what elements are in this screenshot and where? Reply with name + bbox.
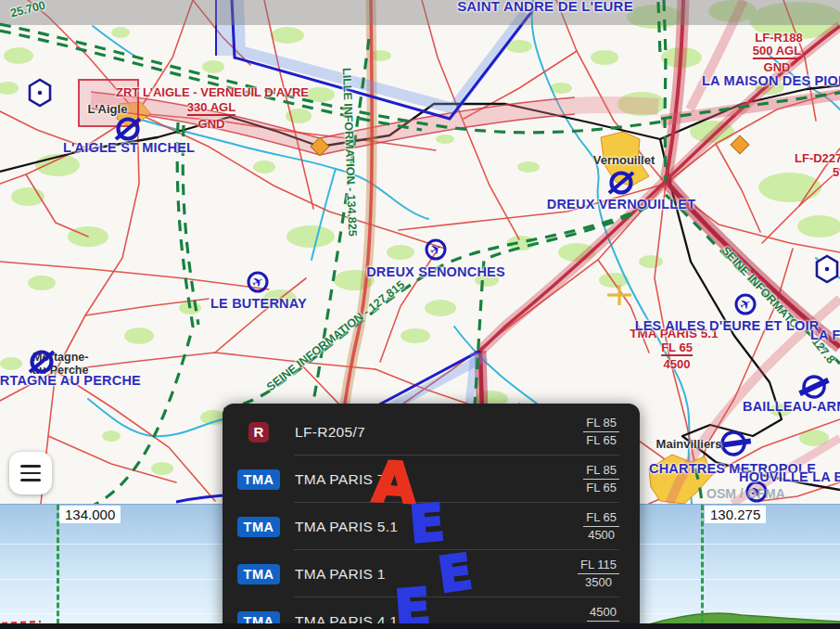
airspace-limits: FL 65 4500 [583,510,619,543]
airspace-panel: R LF-R205/7 FL 85 FL 65 TMA TMA PARIS 7 … [223,404,640,629]
label-dreux-senonches: DREUX SENONCHES [366,264,505,279]
upper-limit: FL 85 [583,416,619,432]
airspace-name: TMA PARIS 7 [295,471,583,488]
airspace-row[interactable]: TMA TMA PARIS 7 FL 85 FL 65 [223,456,640,503]
upper-limit: FL 65 [583,510,619,527]
label-la-fo: LA FO [810,327,840,342]
label-vernouillet-town: Vernouillet [593,153,655,167]
airspace-limits: FL 115 3500 [578,558,619,590]
airspace-name: LF-R205/7 [295,424,583,441]
hexagon-waypoint-icon-west [25,78,55,108]
hamburger-icon [20,472,41,475]
label-zrt-limits: 330 AGL GND [187,100,235,131]
upper-limit: 4500 [587,605,619,622]
ulm-field-icon-senonches: ✈ [419,233,452,266]
upper-limit: FL 85 [583,463,619,480]
label-le-buternay: LE BUTERNAY [210,296,307,311]
lower-limit: FL 65 [583,480,619,495]
label-bailleau: BAILLEAU-ARMEN [743,399,840,414]
label-les-ailes: LES AILES D'EURE ET LOIR [635,318,820,333]
label-laigle-town: L'Aigle [88,102,128,116]
airspace-row[interactable]: R LF-R205/7 FL 85 FL 65 [223,408,640,456]
zrt-lower: GND [198,117,225,131]
tma-badge: TMA [237,469,280,490]
app-screen: SAINT ANDRE DE L'EURE 25.700 ZRT L'AIGLE… [0,0,840,629]
airspace-name: TMA PARIS 5.1 [295,519,583,535]
bottom-strip [0,623,840,629]
label-watermark: OSM / OFMA [706,486,785,501]
lower-limit: 3500 [578,574,619,590]
upper-limit: FL 115 [578,558,619,574]
tma51-divider [661,354,693,356]
airspace-name: TMA PARIS 1 [295,566,578,583]
label-lf-r188-limits: 500 AGL GND [753,44,801,74]
glider-site-icon [605,283,633,307]
tma-badge: TMA [237,517,280,537]
label-la-maison: LA MAISON DES PIONNIE [702,73,840,88]
ulm-field-icon-buternay: ✈ [241,265,274,299]
label-dreux-vernouillet: DREUX VERNOUILLET [547,197,696,212]
lf-r188-lower: GND [764,60,791,74]
label-tma-paris-51-limits: FL 65 4500 [661,340,693,371]
label-lf-d227c-sub: 5 [833,165,839,179]
tma51-lower: 4500 [664,357,691,371]
label-mortagne-au-perche: MORTAGNE AU PERCHE [0,373,141,388]
hamburger-icon [20,479,41,481]
tma-badge: TMA [237,564,280,584]
airspace-row[interactable]: TMA TMA PARIS 1 FL 115 3500 [223,550,640,597]
frequency-label-left: 134.000 [59,506,121,523]
lower-limit: 4500 [583,527,619,543]
frequency-label-right: 130.275 [705,506,766,523]
label-mainvilliers-town: Mainvilliers [656,437,722,451]
restricted-badge: R [248,422,269,443]
zrt-upper: 330 AGL [187,100,235,114]
label-lf-d227c: LF-D227C [795,151,840,165]
airspace-limits: FL 85 FL 65 [583,416,619,448]
hamburger-icon [20,465,41,468]
label-saint-andre: SAINT ANDRE DE L'EURE [457,0,633,14]
hexagon-waypoint-icon-east [812,254,840,284]
lf-r188-divider [753,58,801,59]
zrt-divider [187,114,235,116]
airspace-row[interactable]: TMA TMA PARIS 5.1 FL 65 4500 [223,503,640,550]
label-lf-r188: LF-R188 [755,31,802,45]
lf-r188-upper: 500 AGL [753,44,801,58]
tma51-upper: FL 65 [661,340,693,354]
menu-button[interactable] [9,452,52,494]
label-laigle-st-michel: L'AIGLE ST MICHEL [63,140,195,155]
label-houville: HOUVILLE LA BRA [739,469,840,484]
profile-route-line-right [701,505,704,624]
airspace-limits: FL 85 FL 65 [583,463,619,495]
lower-limit: FL 65 [583,432,619,448]
label-zrt-name: ZRT L'AIGLE - VERNEUIL D'AVRE [116,85,309,99]
